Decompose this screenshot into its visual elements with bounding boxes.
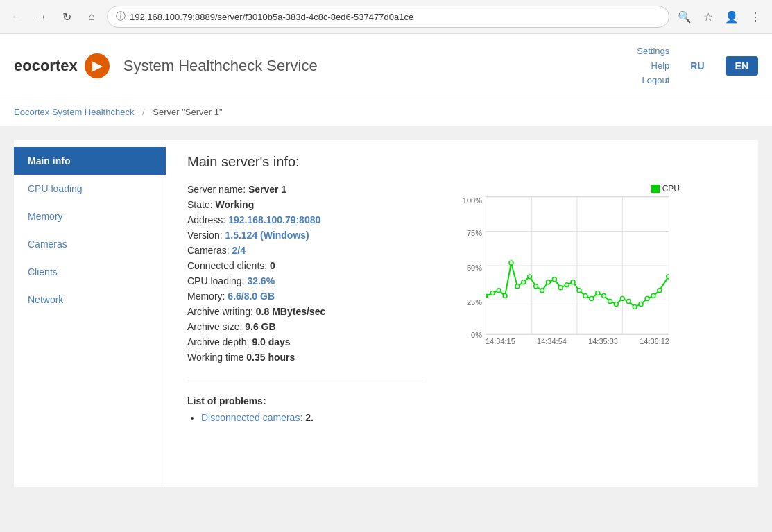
cameras-value: 2/4	[232, 245, 246, 256]
server-name-strong: Server 1	[248, 184, 286, 195]
sidebar-link-clients[interactable]: Clients	[28, 266, 58, 277]
logout-link[interactable]: Logout	[637, 74, 669, 88]
working-time-value: 0.35 hours	[246, 352, 295, 363]
sidebar-link-cpu[interactable]: CPU loading	[28, 183, 83, 194]
home-button[interactable]: ⌂	[82, 7, 101, 26]
clients-label: Connected clients:	[187, 260, 267, 271]
cpu-row: CPU loading: 32.6%	[187, 275, 430, 286]
address-label: Address:	[187, 214, 225, 225]
content-wrapper: Main info CPU loading Memory Cameras Cli…	[14, 140, 758, 487]
chart-wrapper: CPU 100% 75% 50% 25% 0%	[458, 184, 680, 345]
menu-button[interactable]: ⋮	[746, 7, 765, 26]
archive-size-value: 9.6 GB	[245, 321, 275, 332]
sidebar-item-clients[interactable]: Clients	[14, 258, 166, 286]
sidebar-link-cameras[interactable]: Cameras	[28, 239, 67, 250]
url-text: 192.168.100.79:8889/server/f3010b5a-383d…	[130, 12, 413, 22]
cpu-label: CPU loading:	[187, 275, 245, 286]
cameras-label: Cameras:	[187, 245, 230, 256]
chart-container: CPU 100% 75% 50% 25% 0%	[458, 184, 680, 345]
legend-label-cpu: CPU	[662, 184, 680, 194]
y-label-50: 50%	[467, 264, 482, 272]
sidebar-link-network[interactable]: Network	[28, 294, 63, 305]
breadcrumb: Eocortex System Healthcheck / Server "Se…	[14, 107, 758, 117]
sidebar-item-main-info[interactable]: Main info	[14, 147, 166, 175]
section-divider	[187, 381, 423, 381]
browser-toolbar: ← → ↻ ⌂ ⓘ 192.168.100.79:8889/server/f30…	[0, 0, 772, 33]
chart-dot	[614, 302, 618, 307]
archive-depth-value: 9.0 days	[252, 336, 290, 347]
chart-legend: CPU	[458, 184, 680, 194]
chart-dot	[633, 305, 637, 309]
chart-dot	[577, 289, 581, 293]
sidebar-item-cpu-loading[interactable]: CPU loading	[14, 175, 166, 203]
state-row: State: Working	[187, 199, 430, 210]
help-link[interactable]: Help	[637, 59, 669, 74]
logo-text: eocortex	[14, 57, 78, 75]
chart-dot	[571, 280, 575, 284]
back-button[interactable]: ←	[7, 7, 26, 26]
sidebar-item-memory[interactable]: Memory	[14, 203, 166, 230]
version-row: Version: 1.5.124 (Windows)	[187, 230, 430, 241]
chart-dot	[596, 291, 600, 295]
chart-dot	[546, 280, 550, 284]
breadcrumb-root[interactable]: Eocortex System Healthcheck	[14, 107, 134, 117]
x-label-1: 14:34:54	[537, 337, 567, 345]
cameras-row: Cameras: 2/4	[187, 245, 430, 256]
bookmark-button[interactable]: ☆	[698, 7, 718, 26]
state-value: Working	[215, 199, 254, 210]
sidebar-item-network[interactable]: Network	[14, 286, 166, 314]
version-label: Version:	[187, 230, 223, 241]
x-label-2: 14:35:33	[588, 337, 618, 345]
chart-dot	[503, 294, 507, 298]
header-links: Settings Help Logout	[637, 44, 669, 87]
app-title: System Healthcheck Service	[123, 57, 318, 75]
server-name-label: Server name:	[187, 184, 246, 195]
archive-writing-row: Archive writing: 0.8 MBytes/sec	[187, 306, 430, 317]
address-row: Address: 192.168.100.79:8080	[187, 214, 430, 225]
cpu-chart-svg	[486, 196, 669, 335]
chart-dot	[534, 284, 538, 289]
state-label: State:	[187, 199, 213, 210]
address-bar[interactable]: ⓘ 192.168.100.79:8889/server/f3010b5a-38…	[107, 6, 669, 28]
problems-title: List of problems:	[187, 395, 737, 406]
browser-chrome: ← → ↻ ⌂ ⓘ 192.168.100.79:8889/server/f30…	[0, 0, 772, 34]
working-time-row: Working time 0.35 hours	[187, 352, 430, 363]
archive-depth-label: Archive depth:	[187, 336, 250, 347]
chart-dot	[490, 291, 495, 295]
header-right: Settings Help Logout RU EN	[637, 44, 758, 87]
chart-dot	[540, 289, 544, 293]
chart-dot	[658, 289, 662, 293]
settings-link[interactable]: Settings	[637, 44, 669, 59]
sidebar-item-cameras[interactable]: Cameras	[14, 230, 166, 258]
profile-button[interactable]: 👤	[722, 7, 741, 26]
reload-button[interactable]: ↻	[57, 7, 76, 26]
main-panel: Main server's info: Server name: Server …	[166, 140, 758, 487]
app-logo: eocortex ▶	[14, 53, 110, 78]
forward-button[interactable]: →	[32, 7, 51, 26]
chart-dot	[667, 275, 669, 279]
chart-dot	[590, 297, 594, 301]
chart-dot	[626, 300, 631, 304]
search-button[interactable]: 🔍	[675, 7, 694, 26]
lang-en-button[interactable]: EN	[726, 56, 758, 76]
memory-label: Memory:	[187, 291, 225, 302]
memory-row: Memory: 6.6/8.0 GB	[187, 291, 430, 302]
chart-dot	[565, 283, 569, 287]
chart-dot	[515, 284, 520, 289]
lang-ru-button[interactable]: RU	[680, 56, 714, 76]
sidebar-link-memory[interactable]: Memory	[28, 211, 63, 222]
sidebar: Main info CPU loading Memory Cameras Cli…	[14, 140, 166, 487]
section-title: Main server's info:	[187, 154, 737, 170]
breadcrumb-bar: Eocortex System Healthcheck / Server "Se…	[0, 98, 772, 126]
main-layout: Main info CPU loading Memory Cameras Cli…	[14, 140, 758, 487]
clients-value: 0	[270, 260, 275, 271]
y-label-0: 0%	[471, 331, 482, 339]
chart-x-labels: 14:34:15 14:34:54 14:35:33 14:36:12	[486, 337, 669, 345]
header-left: eocortex ▶ System Healthcheck Service	[14, 53, 318, 78]
x-label-0: 14:34:15	[486, 337, 515, 345]
chart-dot	[645, 297, 649, 301]
app-header: eocortex ▶ System Healthcheck Service Se…	[0, 34, 772, 98]
info-grid: Server name: Server 1 State: Working Add…	[187, 184, 737, 367]
chart-dot	[583, 294, 587, 298]
chart-dot	[497, 289, 501, 293]
